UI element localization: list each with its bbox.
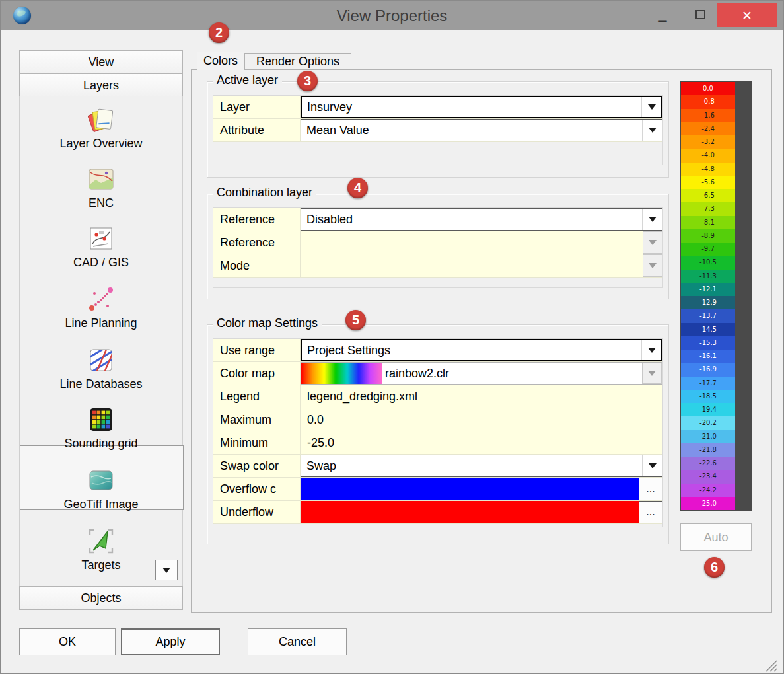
dropdown-button [643,231,662,254]
legend-file-value: legend_dredging.xml [301,385,662,408]
dropdown-button[interactable] [641,97,661,117]
group-title: Active layer [213,73,282,87]
chevron-down-icon [649,240,657,245]
dropdown-button[interactable] [642,209,662,230]
color-map-dropdown-disabled: rainbow2.clr [301,362,662,385]
row-label: Mode [213,254,301,278]
window-title: View Properties [337,7,448,25]
legend-band: -19.4 [681,403,735,416]
layer-overview-icon [86,104,116,135]
targets-icon [86,526,116,556]
sidebar: View Layers Layer Overview [19,50,183,611]
tab-colors[interactable]: Colors [197,52,244,70]
line-planning-icon [86,284,116,315]
minimize-button[interactable]: – [651,3,674,26]
group-title: Combination layer [213,186,316,200]
sidebar-item-label: GeoTiff Image [19,498,183,511]
sidebar-scroll-dropdown-button[interactable] [155,560,178,580]
dropdown-button [642,363,662,384]
property-row-swap-color: Swap color Swap [213,455,662,478]
cancel-button[interactable]: Cancel [248,628,347,655]
legend-band: -5.6 [681,176,735,189]
legend-band: -18.5 [681,390,735,403]
property-row-reference: Reference Disabled [213,208,662,231]
sidebar-item-cad-gis[interactable]: CAD / GIS [19,223,183,270]
property-row-minimum: Minimum -25.0 [213,431,662,455]
dropdown-value: Swap [301,455,642,476]
sounding-grid-icon [86,404,116,435]
enc-icon [86,164,116,194]
legend-band: -22.6 [681,457,735,470]
color-scale: 0.0-0.8-1.6-2.4-3.2-4.0-4.8-5.6-6.5-7.3-… [680,81,752,511]
legend-band: -14.5 [681,323,735,336]
property-row-color-map: Color map rainbow2.clr [213,362,662,385]
row-label: Color map [213,362,301,385]
sidebar-item-layer-overview[interactable]: Layer Overview [19,104,183,151]
sidebar-item-geotiff-image[interactable]: GeoTiff Image [19,465,183,511]
row-label: Layer [213,96,301,119]
row-label: Use range [213,339,301,362]
property-row-maximum: Maximum 0.0 [213,408,662,431]
apply-button[interactable]: Apply [121,628,220,655]
legend-band: -21.0 [681,430,735,443]
row-label: Maximum [213,408,301,431]
overflow-color-picker-button[interactable]: ... [639,478,662,500]
layer-dropdown[interactable]: Insurvey [301,96,662,118]
dropdown-button[interactable] [642,455,662,476]
ok-button[interactable]: OK [19,628,116,655]
dropdown-value [301,231,643,254]
sidebar-item-label: Layer Overview [19,137,183,151]
legend-band: -16.9 [681,363,735,376]
property-row-attribute: Attribute Mean Value [213,119,662,142]
sidebar-item-line-planning[interactable]: Line Planning [19,284,183,330]
sidebar-section-layers[interactable]: Layers [19,73,183,97]
legend-band: -12.1 [681,283,735,296]
attribute-dropdown[interactable]: Mean Value [301,119,662,141]
legend-band: -11.3 [681,270,735,283]
tab-render-options[interactable]: Render Options [244,53,351,69]
sidebar-item-line-databases[interactable]: Line Databases [19,345,183,391]
dropdown-button[interactable] [641,340,661,360]
property-row-layer: Layer Insurvey [213,96,662,119]
sidebar-section-view[interactable]: View [19,50,183,74]
close-button[interactable]: ✕ [717,3,777,27]
resize-grip[interactable] [762,657,778,673]
legend-band: -10.5 [681,256,735,269]
chevron-down-icon [648,348,656,353]
reference-dropdown[interactable]: Disabled [301,208,662,231]
chevron-down-icon [649,128,657,133]
sidebar-item-label: Line Planning [19,317,183,330]
property-row-legend: Legend legend_dredging.xml [213,385,662,408]
sidebar-item-label: ENC [19,196,183,210]
row-label: Reference [213,208,301,231]
mode-dropdown-disabled [301,254,662,277]
use-range-dropdown[interactable]: Project Settings [301,339,662,361]
reference2-dropdown-disabled [301,231,662,254]
maximum-value: 0.0 [301,408,662,431]
underflow-color-picker-button[interactable]: ... [639,501,662,523]
legend-band: -1.6 [681,109,735,122]
maximize-button[interactable] [688,3,712,26]
active-layer-grid: Layer Insurvey Attribute Mean Value [213,95,663,165]
legend-band: 0.0 [681,82,735,95]
legend-band: -9.7 [681,243,735,256]
sidebar-item-sounding-grid[interactable]: Sounding grid [19,404,183,451]
swap-color-dropdown[interactable]: Swap [301,455,662,477]
dropdown-button[interactable] [642,120,662,141]
titlebar: View Properties – ✕ [1,1,783,30]
sidebar-item-enc[interactable]: ENC [19,164,183,210]
dropdown-value: Insurvey [302,97,641,117]
row-label: Swap color [213,455,301,478]
row-label: Minimum [213,431,301,455]
minimum-value: -25.0 [301,431,662,454]
sidebar-item-label: CAD / GIS [19,256,183,270]
legend-band: -13.7 [681,309,735,322]
row-label: Underflow [213,501,301,524]
sidebar-item-label: Line Databases [19,377,183,391]
sidebar-section-objects[interactable]: Objects [19,586,183,610]
overflow-color-swatch [301,478,639,500]
legend-band: -17.7 [681,377,735,390]
row-label: Reference [213,231,301,254]
property-row-reference-2: Reference [213,231,662,254]
legend-band: -21.8 [681,443,735,457]
